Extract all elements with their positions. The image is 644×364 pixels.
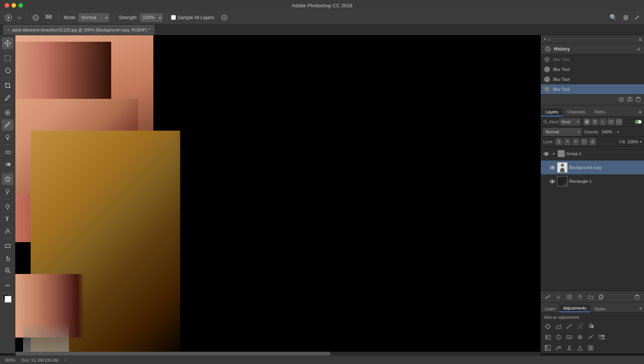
lock-artboard-btn[interactable]: [581, 138, 588, 145]
move-tool[interactable]: [2, 38, 13, 49]
airbrush-btn[interactable]: [219, 12, 230, 23]
panel-expand-btn[interactable]: »: [548, 37, 550, 42]
solid-color-adj-btn[interactable]: [586, 343, 595, 353]
path-selection-tool[interactable]: [2, 225, 13, 237]
new-layer-btn[interactable]: [598, 293, 605, 301]
channel-mixer-adj-btn[interactable]: [586, 333, 595, 342]
add-adjustment-btn[interactable]: [576, 293, 584, 301]
clone-stamp-tool[interactable]: [2, 131, 13, 143]
tab-close-icon[interactable]: ×: [7, 28, 10, 32]
layer-fx-btn[interactable]: fx: [555, 293, 562, 301]
lock-position-btn[interactable]: [572, 138, 579, 145]
blur-tool[interactable]: [2, 174, 13, 185]
add-group-btn[interactable]: [587, 293, 595, 301]
text-tool[interactable]: T: [2, 213, 13, 225]
lock-image-btn[interactable]: [564, 138, 571, 145]
mode-select[interactable]: Normal Multiply Screen: [79, 13, 109, 22]
history-delete-btn[interactable]: [636, 97, 641, 103]
selective-color-adj-btn[interactable]: [575, 343, 585, 353]
history-item-4[interactable]: Blur Tool: [541, 84, 644, 94]
history-camera-btn[interactable]: [627, 97, 632, 103]
filter-shape-btn[interactable]: [608, 118, 614, 125]
panel-close-btn[interactable]: ✕: [543, 37, 547, 42]
panel-menu-icon[interactable]: ≡: [639, 36, 642, 43]
group-visibility-icon[interactable]: [543, 151, 549, 157]
filter-smart-btn[interactable]: [616, 118, 623, 125]
rectangle1-layer-row[interactable]: Rectangle 1: [541, 174, 644, 188]
blend-mode-select[interactable]: Normal Multiply Screen Overlay: [543, 128, 582, 136]
curves-adj-btn[interactable]: [565, 322, 574, 331]
pen-tool[interactable]: [2, 201, 13, 212]
filter-type-btn[interactable]: T: [600, 118, 606, 125]
group-expand-icon[interactable]: ▾: [551, 151, 556, 156]
history-item-3[interactable]: Blur Tool: [541, 74, 644, 84]
adj-panel-menu[interactable]: ≡: [637, 305, 644, 312]
zoom-tool[interactable]: [2, 265, 13, 276]
threshold-adj-btn[interactable]: [565, 343, 574, 353]
foreground-color-swatch[interactable]: [5, 296, 12, 303]
fill-value[interactable]: 100%: [628, 139, 638, 144]
invert-adj-btn[interactable]: [543, 343, 552, 353]
history-item[interactable]: Blur Tool: [541, 54, 644, 64]
levels-adj-btn[interactable]: [554, 322, 563, 331]
history-item-2[interactable]: Blur Tool: [541, 64, 644, 74]
filter-toggle[interactable]: [635, 120, 642, 124]
scrollbar-horizontal[interactable]: [15, 352, 540, 356]
add-mask-btn[interactable]: [565, 293, 573, 301]
brush-preset-btn[interactable]: [30, 12, 41, 23]
history-menu-btn[interactable]: ≡: [636, 46, 641, 52]
brush-tool[interactable]: [2, 119, 13, 131]
color-lookup-adj-btn[interactable]: [597, 333, 606, 342]
expand-icon-btn[interactable]: ⤢: [633, 13, 641, 22]
photo-filter-adj-btn[interactable]: [575, 333, 585, 342]
layers-panel-menu[interactable]: ≡: [636, 107, 644, 116]
strength-select[interactable]: 100% 75% 50%: [140, 13, 163, 22]
healing-brush-tool[interactable]: [2, 107, 13, 118]
color-balance-adj-btn[interactable]: [565, 333, 574, 342]
active-tab[interactable]: × adult-attractive-beautiful-61120.jpg @…: [3, 25, 154, 35]
exposure-adj-btn[interactable]: [575, 322, 585, 331]
fg-bg-color[interactable]: [2, 293, 13, 304]
eyedropper-tool[interactable]: [2, 92, 13, 103]
group-layer-row[interactable]: ▾ Group 1: [541, 147, 644, 161]
dodge-tool[interactable]: [2, 186, 13, 197]
sample-all-layers-checkbox[interactable]: [171, 15, 176, 20]
delete-layer-btn[interactable]: [633, 293, 641, 301]
tab-styles[interactable]: Styles: [590, 305, 610, 312]
link-layers-btn[interactable]: [544, 293, 552, 301]
crop-tool[interactable]: [2, 80, 13, 91]
canvas-area[interactable]: [15, 35, 540, 353]
brightness-adj-btn[interactable]: [543, 322, 552, 331]
hue-sat-adj-btn[interactable]: [554, 333, 563, 342]
vibrance-adj-btn[interactable]: [543, 333, 552, 342]
gradient-tool[interactable]: [2, 159, 13, 170]
gradient-map-adj-btn[interactable]: [586, 322, 595, 331]
tab-layers[interactable]: Layers: [541, 108, 563, 116]
minimize-button[interactable]: [12, 3, 16, 8]
search-icon-btn[interactable]: 🔍: [608, 13, 619, 22]
tab-paths[interactable]: Paths: [590, 108, 610, 116]
brush-options-btn[interactable]: [43, 12, 54, 23]
bg-copy-visibility-icon[interactable]: [549, 164, 555, 171]
history-new-snapshot-btn[interactable]: [619, 97, 624, 103]
opacity-value[interactable]: 100%: [601, 130, 615, 134]
brush-tool-icon[interactable]: [3, 12, 14, 23]
lock-all-btn[interactable]: [589, 138, 596, 145]
layout-icon-btn[interactable]: ⊞: [622, 13, 630, 22]
statusbar-arrow[interactable]: ›: [64, 358, 66, 362]
posterize-adj-btn[interactable]: [554, 343, 563, 353]
tab-learn[interactable]: Learn: [541, 305, 559, 312]
filter-adjustment-btn[interactable]: [591, 118, 598, 125]
eraser-tool[interactable]: [2, 146, 13, 158]
filter-select[interactable]: Kind Name: [559, 118, 580, 125]
tab-channels[interactable]: Channels: [563, 108, 590, 116]
marquee-tool[interactable]: [2, 52, 13, 64]
filter-pixel-btn[interactable]: [583, 118, 590, 125]
more-tools-btn[interactable]: [2, 280, 13, 291]
sample-all-layers-wrap[interactable]: Sample All Layers: [171, 15, 214, 20]
hand-tool[interactable]: [2, 253, 13, 264]
lasso-tool[interactable]: [2, 65, 13, 76]
background-copy-layer-row[interactable]: Background copy: [541, 161, 644, 174]
maximize-button[interactable]: [18, 3, 23, 8]
close-button[interactable]: [5, 3, 9, 8]
